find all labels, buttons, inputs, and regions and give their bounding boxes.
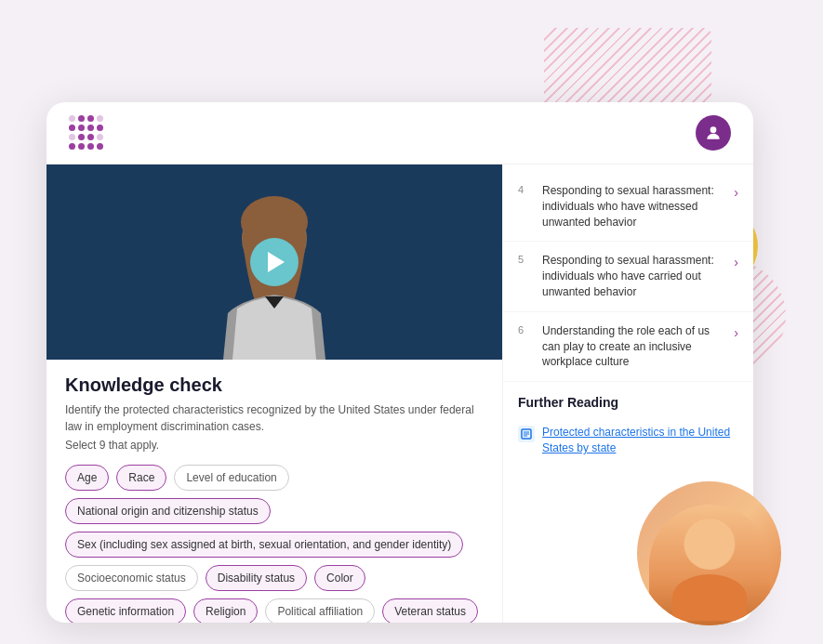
logo-dot [69,115,75,122]
lesson-text: Responding to sexual harassment: individ… [542,253,724,299]
lesson-text: Responding to sexual harassment: individ… [542,183,724,230]
knowledge-check-description: Identify the protected characteristics r… [65,401,484,435]
logo-dot [78,143,85,150]
tag-race[interactable]: Race [116,465,166,491]
tag-color[interactable]: Color [314,565,365,591]
avatar-person-circle [637,481,781,625]
header [46,102,753,164]
tags-row-2: Sex (including sex assigned at birth, se… [65,532,484,558]
lesson-item-6[interactable]: 6 Understanding the role each of us can … [503,312,753,382]
knowledge-check-section: Knowledge check Identify the protected c… [46,360,502,623]
lesson-number: 5 [518,253,533,265]
left-panel: Knowledge check Identify the protected c… [46,164,502,623]
logo-dot [97,125,103,131]
tag-socioeconomic[interactable]: Socioeconomic status [65,565,198,591]
tag-political[interactable]: Political affiliation [265,598,375,623]
logo-dot [69,134,75,140]
logo-dot [97,134,103,140]
lesson-item-5[interactable]: 5 Responding to sexual harassment: indiv… [503,242,753,311]
knowledge-check-title: Knowledge check [65,375,484,396]
further-reading-header: Further Reading [503,382,753,417]
tags-row-4: Genetic information Religion Political a… [65,598,484,623]
tag-sex[interactable]: Sex (including sex assigned at birth, se… [65,532,463,558]
tag-national-origin[interactable]: National origin and citizenship status [65,498,271,524]
logo-dot [87,134,94,140]
lesson-number: 4 [518,183,533,195]
chevron-right-icon: › [734,323,738,340]
chevron-right-icon: › [734,253,738,269]
tag-disability[interactable]: Disability status [206,565,307,591]
logo-dot [97,115,103,122]
lesson-item-4[interactable]: 4 Responding to sexual harassment: indiv… [503,172,753,242]
knowledge-check-instruction: Select 9 that apply. [65,439,484,452]
logo-dot [78,115,85,122]
logo-dot [78,125,85,131]
play-button[interactable] [250,238,299,286]
logo-dot [69,143,75,150]
logo-dot [87,125,94,131]
avatar-person-shape [649,505,770,625]
lessons-list: 4 Responding to sexual harassment: indiv… [503,172,753,382]
logo-dot [87,143,94,150]
logo-dots [69,115,104,151]
reading-link-icon [518,426,535,442]
tag-veteran[interactable]: Veteran status [382,598,478,623]
logo [69,115,104,151]
reading-link-item[interactable]: Protected characteristics in the United … [503,417,753,464]
tag-age[interactable]: Age [65,465,109,491]
tag-genetic[interactable]: Genetic information [65,598,186,623]
tags-row-1: Age Race Level of education National ori… [65,465,484,524]
logo-dot [87,115,94,122]
tag-level-of-education[interactable]: Level of education [174,465,288,491]
lesson-number: 6 [518,323,533,335]
tags-row-3: Socioeconomic status Disability status C… [65,565,484,591]
video-container [46,164,502,360]
user-avatar-button[interactable] [696,115,731,151]
logo-dot [69,125,75,131]
svg-point-0 [710,126,717,133]
play-icon [268,252,285,272]
tag-religion[interactable]: Religion [193,598,258,623]
logo-dot [97,143,103,150]
chevron-right-icon: › [734,183,738,200]
logo-dot [78,134,85,140]
lesson-text: Understanding the role each of us can pl… [542,323,724,370]
reading-link-text[interactable]: Protected characteristics in the United … [542,425,738,456]
